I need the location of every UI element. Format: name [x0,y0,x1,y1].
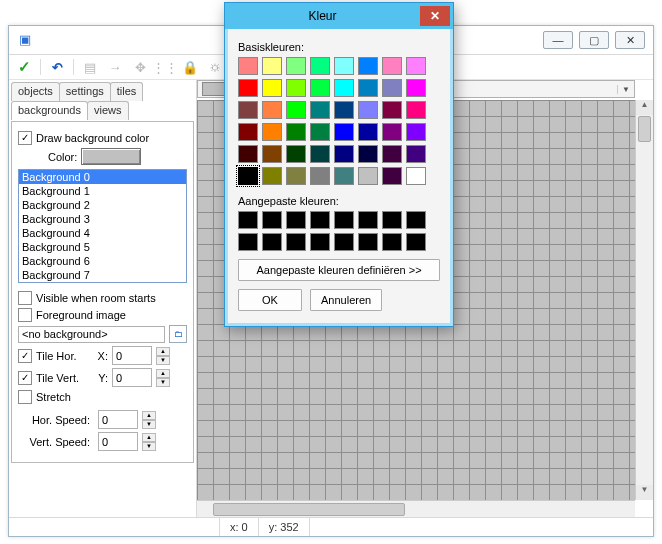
tab-objects[interactable]: objects [11,82,60,101]
basic-color-swatch[interactable] [286,167,306,185]
undo-icon[interactable]: ↶ [48,58,66,76]
stretch-checkbox[interactable] [18,390,32,404]
basic-color-swatch[interactable] [262,145,282,163]
custom-color-swatch[interactable] [262,233,282,251]
basic-color-swatch[interactable] [262,123,282,141]
horizontal-scrollbar[interactable] [197,500,635,518]
scroll-up-icon[interactable]: ▲ [636,100,653,115]
basic-color-swatch[interactable] [382,101,402,119]
basic-color-swatch[interactable] [406,123,426,141]
tab-backgrounds[interactable]: backgrounds [11,101,88,120]
basic-color-swatch[interactable] [358,101,378,119]
page-icon[interactable]: ▤ [81,58,99,76]
basic-color-swatch[interactable] [382,145,402,163]
basic-color-swatch[interactable] [238,101,258,119]
basic-color-swatch[interactable] [238,57,258,75]
tab-settings[interactable]: settings [59,82,111,101]
background-list-item[interactable]: Background 1 [19,184,186,198]
basic-color-swatch[interactable] [406,79,426,97]
confirm-icon[interactable]: ✓ [15,58,33,76]
x-stepper[interactable]: ▲▼ [156,347,170,365]
basic-color-swatch[interactable] [382,123,402,141]
custom-color-swatch[interactable] [382,233,402,251]
basic-color-swatch[interactable] [310,101,330,119]
basic-color-swatch[interactable] [310,123,330,141]
maximize-button[interactable]: ▢ [579,31,609,49]
basic-color-swatch[interactable] [286,123,306,141]
foreground-checkbox[interactable] [18,308,32,322]
background-list[interactable]: Background 0Background 1Background 2Back… [18,169,187,283]
basic-color-swatch[interactable] [382,79,402,97]
background-list-item[interactable]: Background 0 [19,170,186,184]
basic-color-swatch[interactable] [286,79,306,97]
basic-color-swatch[interactable] [238,145,258,163]
define-custom-colors-button[interactable]: Aangepaste kleuren definiëren >> [238,259,440,281]
custom-color-swatch[interactable] [310,211,330,229]
grid-icon[interactable]: ⋮⋮ [156,58,174,76]
basic-color-swatch[interactable] [334,123,354,141]
basic-color-swatch[interactable] [262,57,282,75]
basic-color-swatch[interactable] [334,167,354,185]
custom-color-swatch[interactable] [358,211,378,229]
basic-color-swatch[interactable] [358,57,378,75]
vertical-scroll-thumb[interactable] [638,116,651,142]
vspeed-stepper[interactable]: ▲▼ [142,433,156,451]
bg-color-swatch[interactable] [81,148,141,165]
basic-color-swatch[interactable] [238,167,258,185]
arrow-right-icon[interactable]: → [106,58,124,76]
basic-color-swatch[interactable] [310,79,330,97]
minimize-button[interactable]: — [543,31,573,49]
basic-color-swatch[interactable] [310,57,330,75]
basic-color-swatch[interactable] [358,167,378,185]
tab-tiles[interactable]: tiles [110,82,144,101]
background-list-item[interactable]: Background 5 [19,240,186,254]
hspeed-stepper[interactable]: ▲▼ [142,411,156,429]
custom-color-swatch[interactable] [238,211,258,229]
scroll-down-icon[interactable]: ▼ [636,485,653,500]
basic-color-swatch[interactable] [334,57,354,75]
basic-color-swatch[interactable] [262,79,282,97]
hspeed-input[interactable]: 0 [98,410,138,429]
browse-icon[interactable]: 🗀 [169,325,187,343]
ok-button[interactable]: OK [238,289,302,311]
basic-color-swatch[interactable] [286,57,306,75]
custom-color-swatch[interactable] [286,211,306,229]
y-stepper[interactable]: ▲▼ [156,369,170,387]
basic-color-swatch[interactable] [334,101,354,119]
basic-color-swatch[interactable] [310,167,330,185]
gear-icon[interactable]: ⛭ [206,58,224,76]
background-list-item[interactable]: Background 4 [19,226,186,240]
background-list-item[interactable]: Background 2 [19,198,186,212]
custom-color-swatch[interactable] [382,211,402,229]
draw-bg-checkbox[interactable] [18,131,32,145]
cancel-button[interactable]: Annuleren [310,289,382,311]
background-resource-input[interactable] [18,326,165,343]
basic-color-swatch[interactable] [358,123,378,141]
basic-color-swatch[interactable] [406,145,426,163]
close-icon[interactable]: ✕ [420,6,450,26]
basic-color-swatch[interactable] [406,57,426,75]
visible-checkbox[interactable] [18,291,32,305]
custom-color-swatch[interactable] [334,233,354,251]
basic-color-swatch[interactable] [406,101,426,119]
basic-color-swatch[interactable] [382,167,402,185]
basic-color-swatch[interactable] [358,145,378,163]
basic-color-swatch[interactable] [382,57,402,75]
custom-color-swatch[interactable] [310,233,330,251]
color-dialog-titlebar[interactable]: Kleur ✕ [225,3,453,29]
move-icon[interactable]: ✥ [131,58,149,76]
tile-hor-checkbox[interactable] [18,349,32,363]
custom-color-swatch[interactable] [406,233,426,251]
basic-color-swatch[interactable] [310,145,330,163]
custom-color-swatch[interactable] [262,211,282,229]
close-button[interactable]: ✕ [615,31,645,49]
basic-color-swatch[interactable] [286,145,306,163]
custom-color-swatch[interactable] [286,233,306,251]
basic-color-swatch[interactable] [262,101,282,119]
custom-color-swatch[interactable] [406,211,426,229]
basic-color-swatch[interactable] [334,79,354,97]
basic-color-swatch[interactable] [334,145,354,163]
background-list-item[interactable]: Background 3 [19,212,186,226]
custom-color-swatch[interactable] [238,233,258,251]
lock-icon[interactable]: 🔒 [181,58,199,76]
